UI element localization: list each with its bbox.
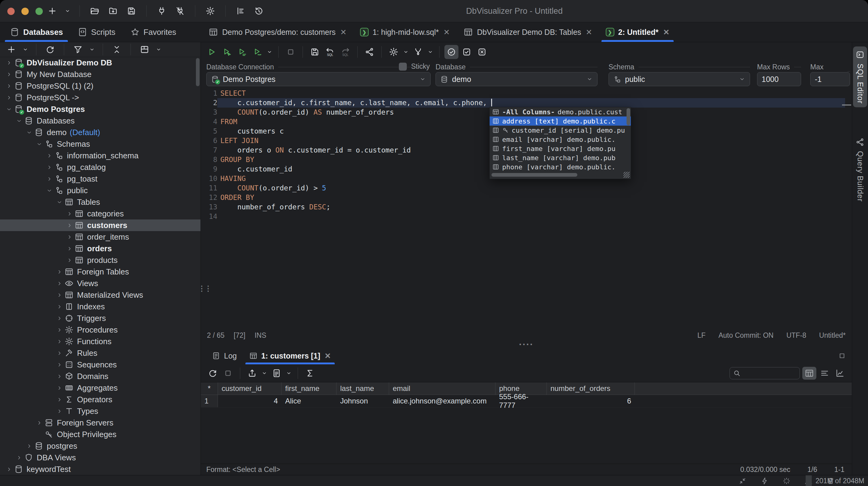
code-line-11[interactable]: COUNT(o.order_id) > 5: [217, 183, 845, 193]
autocomplete-item-email-varchar-demo-public[interactable]: email [varchar] demo.public.: [490, 135, 631, 144]
memory-indicator[interactable]: 201M of 2048M: [806, 475, 867, 486]
grid-header-customer-id[interactable]: customer_id: [218, 383, 281, 395]
sidebar-filter-icon[interactable]: [71, 42, 85, 57]
tree-item-triggers[interactable]: Triggers: [0, 312, 200, 324]
expander-chevron-icon[interactable]: [65, 257, 74, 263]
titlebar-chevron-down-icon[interactable]: [64, 4, 71, 18]
expander-chevron-icon[interactable]: [55, 339, 64, 344]
titlebar-floppy-icon[interactable]: [124, 4, 138, 18]
expander-chevron-icon[interactable]: [55, 281, 64, 286]
close-window-button[interactable]: [7, 8, 15, 15]
tree-item-dba-views[interactable]: DBA Views: [0, 452, 200, 463]
tree-item-rules[interactable]: Rules: [0, 347, 200, 359]
expander-chevron-icon[interactable]: [44, 153, 54, 159]
expander-chevron-icon[interactable]: [4, 95, 13, 100]
expander-chevron-icon[interactable]: [55, 385, 64, 391]
tree-item-types[interactable]: Types: [0, 405, 200, 417]
tree-item-sequences[interactable]: Sequences: [0, 359, 200, 370]
tree-item-public[interactable]: public: [0, 185, 200, 196]
autocomplete-item-address-text-demo-public-c[interactable]: address [text] demo.public.c: [490, 117, 631, 126]
expander-chevron-icon[interactable]: [55, 315, 64, 321]
sqlbar-undo-sql-icon[interactable]: SQL: [323, 45, 337, 59]
tree-item-orders[interactable]: orders: [0, 243, 200, 254]
doc-tab-demo-postgres-demo-customers[interactable]: Demo Postgres/demo: customers✕: [202, 22, 353, 42]
zoom-window-button[interactable]: [35, 8, 43, 15]
statusbar-bolt-icon[interactable]: [757, 474, 771, 486]
database-select[interactable]: demo: [436, 72, 597, 86]
expander-chevron-icon[interactable]: [55, 304, 64, 310]
autocomplete-item-phone-varchar-demo-public[interactable]: phone [varchar] demo.public.: [490, 162, 631, 172]
grid-cell-phone[interactable]: 555-666-7777: [495, 395, 547, 407]
tree-item-object-privileges[interactable]: Object Privileges: [0, 428, 200, 440]
nav-tab-favorites[interactable]: Favorites: [123, 22, 184, 42]
text-view-button[interactable]: [817, 367, 832, 379]
tree-item-foreign-tables[interactable]: Foreign Tables: [0, 266, 200, 277]
grid-header-email[interactable]: email: [389, 383, 495, 395]
tree-item-pg-catalog[interactable]: pg_catalog: [0, 161, 200, 173]
titlebar-sort-list-icon[interactable]: [234, 4, 248, 18]
sqlbar-gear-icon[interactable]: [386, 45, 401, 59]
expander-chevron-icon[interactable]: [44, 164, 54, 170]
close-tab-icon[interactable]: ✕: [586, 28, 592, 37]
autocomplete-item-first-name-varchar-demo-pu[interactable]: first_name [varchar] demo.pu: [490, 144, 631, 153]
titlebar-plug-off-icon[interactable]: [173, 4, 187, 18]
tree-item-demo[interactable]: demo(Default): [0, 126, 200, 138]
expander-chevron-icon[interactable]: [4, 466, 13, 472]
sqlbar-chevron-down-icon[interactable]: [266, 45, 274, 59]
autocomplete-item-all-columns-demo-public-cust[interactable]: -All Columns- demo.public.cust: [490, 107, 631, 117]
titlebar-folder-open-icon[interactable]: [88, 4, 102, 18]
tree-item-customers[interactable]: customers: [0, 219, 200, 231]
grid-header-number-of-orders[interactable]: number_of_orders: [547, 383, 635, 395]
expander-chevron-icon[interactable]: [14, 118, 24, 124]
expander-chevron-icon[interactable]: [65, 222, 74, 228]
chart-view-button[interactable]: [833, 367, 847, 379]
result-tab-log[interactable]: Log: [206, 347, 243, 364]
expander-chevron-icon[interactable]: [34, 420, 44, 426]
tree-item-foreign-servers[interactable]: Foreign Servers: [0, 417, 200, 428]
tree-item-keywordtest[interactable]: keywordTest: [0, 463, 200, 475]
expander-chevron-icon[interactable]: [55, 199, 64, 205]
tree-item-products[interactable]: products: [0, 254, 200, 266]
sqlbar-chevron-down-icon[interactable]: [402, 45, 410, 59]
result-chevron-down-icon[interactable]: [260, 366, 268, 380]
max-chars-input[interactable]: -1: [810, 72, 850, 86]
sqlbar-floppy-icon[interactable]: [308, 45, 322, 59]
tree-item-dbvisualizer-demo-db[interactable]: ✓DbVisualizer Demo DB: [0, 57, 200, 68]
result-export-icon[interactable]: [245, 366, 259, 380]
row-number[interactable]: 1: [201, 395, 218, 407]
sidebar-refresh-icon[interactable]: [43, 42, 57, 57]
tree-item-databases[interactable]: Databases: [0, 115, 200, 126]
sticky-checkbox[interactable]: [399, 63, 407, 70]
tree-item-information-schema[interactable]: information_schema: [0, 150, 200, 161]
doc-tab-2-untitled[interactable]: ❯2: Untitled*✕: [599, 22, 676, 42]
tree-item-indexes[interactable]: Indexes: [0, 301, 200, 312]
sidebar-chevron-down-icon[interactable]: [21, 42, 29, 57]
sqlbar-nodes-icon[interactable]: [363, 45, 376, 59]
result-sigma-icon[interactable]: [303, 366, 317, 380]
minimize-window-button[interactable]: [21, 8, 29, 15]
expander-chevron-icon[interactable]: [14, 455, 24, 461]
sql-code-editor[interactable]: 1234567891011121314 SELECT c.customer_id…: [201, 87, 852, 330]
expander-chevron-icon[interactable]: [25, 130, 34, 135]
tree-item-order-items[interactable]: order_items: [0, 231, 200, 243]
max-rows-input[interactable]: 1000: [757, 72, 801, 86]
tree-item-materialized-views[interactable]: Materialized Views: [0, 289, 200, 301]
tree-item-postgresql-1-2[interactable]: PostgreSQL (1) (2): [0, 80, 200, 92]
tree-item-views[interactable]: Views: [0, 277, 200, 289]
result-stop-icon[interactable]: [221, 366, 235, 380]
tree-item-operators[interactable]: Operators: [0, 394, 200, 405]
sqlbar-play-explain-icon[interactable]: [250, 45, 265, 59]
hscroll-thumb[interactable]: [492, 173, 577, 177]
autocomplete-item-last-name-varchar-demo-pub[interactable]: last_name [varchar] demo.pub: [490, 153, 631, 162]
tree-item-procedures[interactable]: Procedures: [0, 324, 200, 336]
code-line-1[interactable]: SELECT: [217, 89, 845, 98]
expander-chevron-icon[interactable]: [55, 269, 64, 275]
sidebar-table-layout-icon[interactable]: [137, 42, 152, 57]
result-tab-1-customers-1[interactable]: 1: customers [1]✕: [243, 347, 337, 364]
close-tab-icon[interactable]: ✕: [663, 28, 669, 37]
titlebar-history-icon[interactable]: [252, 4, 266, 18]
result-refresh-icon[interactable]: [206, 366, 220, 380]
result-chevron-down-icon[interactable]: [285, 366, 293, 380]
code-line-14[interactable]: [217, 212, 845, 221]
expander-chevron-icon[interactable]: [4, 107, 13, 112]
